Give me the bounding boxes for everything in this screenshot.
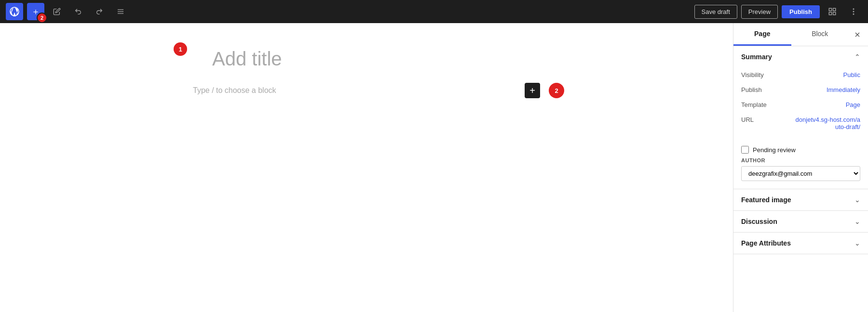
discussion-section[interactable]: Discussion ⌄	[733, 211, 868, 233]
tools-button[interactable]	[112, 3, 129, 20]
undo-button[interactable]	[69, 3, 87, 20]
summary-section: Summary ⌃ Visibility Public Publish Imme…	[733, 46, 868, 189]
visibility-value[interactable]: Public	[843, 71, 860, 78]
url-value[interactable]: donjetv4.sg-host.com/auto-draft/	[793, 116, 860, 130]
author-select[interactable]: deezgrafix@gmail.com	[741, 166, 860, 181]
template-label: Template	[741, 101, 767, 108]
svg-point-9	[853, 11, 854, 12]
step-badge-2: 2	[549, 83, 564, 98]
sidebar-toggle-button[interactable]	[824, 3, 841, 20]
page-attributes-title: Page Attributes	[741, 239, 791, 247]
pending-review-row: Pending review	[733, 142, 868, 157]
plus-inline-icon: +	[529, 85, 535, 96]
close-icon	[854, 31, 861, 39]
topbar: ＋ 2 Save draft Preview Publish	[0, 0, 868, 23]
edit-mode-button[interactable]	[48, 3, 66, 20]
featured-image-section[interactable]: Featured image ⌄	[733, 189, 868, 211]
svg-rect-6	[833, 13, 836, 15]
page-attributes-section[interactable]: Page Attributes ⌄	[733, 233, 868, 254]
redo-button[interactable]	[91, 3, 108, 20]
sidebar-close-button[interactable]	[849, 26, 866, 43]
summary-section-body: Visibility Public Publish Immediately Te…	[733, 67, 868, 142]
step-badge-1: 1	[174, 42, 187, 56]
summary-section-header[interactable]: Summary ⌃	[733, 46, 868, 67]
add-block-inline-button[interactable]: +	[525, 83, 540, 98]
preview-button[interactable]: Preview	[741, 5, 778, 19]
post-title-input[interactable]	[193, 46, 540, 71]
visibility-row: Visibility Public	[741, 67, 860, 82]
settings-icon	[828, 7, 837, 16]
save-draft-button[interactable]: Save draft	[694, 5, 737, 19]
page-attributes-chevron-icon: ⌄	[854, 239, 860, 247]
discussion-title: Discussion	[741, 218, 777, 225]
publish-button[interactable]: Publish	[782, 5, 820, 18]
pending-review-checkbox[interactable]	[741, 146, 749, 154]
undo-icon	[74, 8, 82, 15]
discussion-chevron-icon: ⌄	[854, 218, 860, 225]
template-value[interactable]: Page	[846, 101, 860, 108]
svg-point-8	[853, 9, 854, 10]
svg-rect-4	[829, 8, 831, 11]
block-placeholder-text: Type / to choose a block	[193, 86, 276, 95]
main-area: 1 Type / to choose a block + 2 Page Bloc…	[0, 23, 868, 312]
summary-section-title: Summary	[741, 53, 772, 61]
add-block-topbar-wrapper: ＋ 2	[27, 3, 44, 20]
visibility-label: Visibility	[741, 71, 764, 78]
template-row: Template Page	[741, 97, 860, 112]
pending-review-label: Pending review	[753, 146, 796, 154]
svg-rect-5	[833, 8, 836, 11]
wordpress-logo-icon	[10, 7, 19, 16]
pencil-icon	[53, 8, 61, 15]
more-options-button[interactable]	[845, 3, 862, 20]
editor-area: 1 Type / to choose a block + 2	[0, 23, 733, 312]
svg-rect-7	[829, 13, 831, 15]
tools-icon	[117, 8, 124, 15]
publish-label: Publish	[741, 86, 762, 93]
more-icon	[849, 7, 858, 16]
redo-icon	[95, 8, 103, 15]
author-label: AUTHOR	[741, 157, 860, 163]
add-block-badge: 2	[37, 13, 47, 23]
summary-chevron-icon: ⌃	[854, 53, 860, 61]
svg-point-10	[853, 14, 854, 15]
sidebar: Page Block Summary ⌃ Visibility Public	[733, 23, 868, 312]
publish-row: Publish Immediately	[741, 82, 860, 97]
editor-content: 1 Type / to choose a block + 2	[164, 23, 569, 121]
featured-image-title: Featured image	[741, 196, 791, 204]
wp-logo[interactable]	[6, 3, 23, 20]
url-row: URL donjetv4.sg-host.com/auto-draft/	[741, 112, 860, 134]
featured-image-chevron-icon: ⌄	[854, 196, 860, 204]
block-placeholder-row: Type / to choose a block + 2	[193, 83, 540, 98]
url-label: URL	[741, 116, 754, 123]
tab-block[interactable]: Block	[791, 23, 849, 46]
topbar-right: Save draft Preview Publish	[694, 3, 862, 20]
tab-page[interactable]: Page	[733, 23, 791, 46]
author-section: AUTHOR deezgrafix@gmail.com	[733, 157, 868, 189]
publish-value[interactable]: Immediately	[827, 86, 860, 93]
sidebar-tabs: Page Block	[733, 23, 868, 46]
